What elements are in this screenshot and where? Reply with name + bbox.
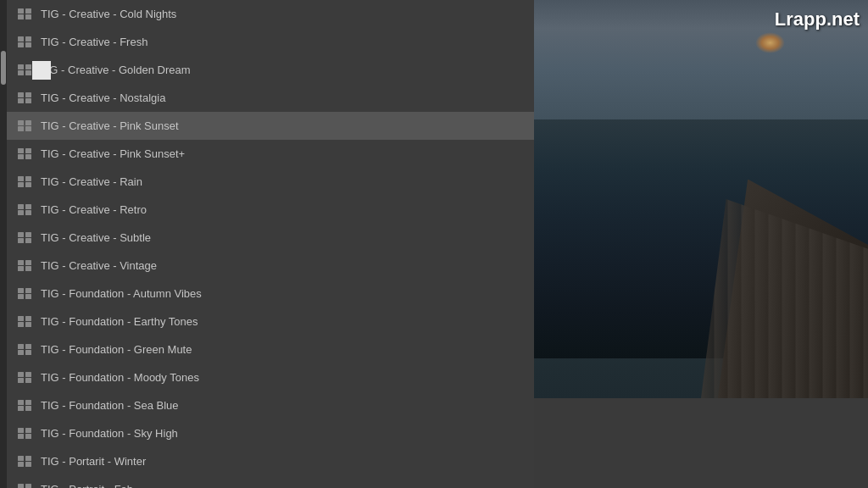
preset-item-rain[interactable]: TIG - Creative - Rain	[7, 168, 534, 196]
svg-rect-31	[25, 210, 31, 215]
photo-area: Lrapp.net	[534, 0, 868, 398]
svg-rect-13	[25, 92, 31, 97]
scrollbar-thumb[interactable]	[1, 51, 6, 85]
svg-rect-45	[25, 316, 31, 321]
preset-icon	[17, 8, 32, 20]
preset-item-cold-nights[interactable]: TIG - Creative - Cold Nights	[7, 0, 534, 28]
preset-icon	[17, 372, 32, 384]
svg-rect-54	[18, 378, 24, 383]
preset-item-subtle[interactable]: TIG - Creative - Subtle	[7, 224, 534, 252]
svg-rect-55	[25, 378, 31, 383]
svg-rect-10	[18, 70, 24, 75]
svg-rect-21	[25, 148, 31, 153]
svg-rect-0	[18, 8, 24, 14]
svg-rect-52	[18, 372, 24, 377]
scrollbar[interactable]	[0, 0, 7, 488]
svg-rect-33	[25, 232, 31, 237]
svg-rect-51	[25, 350, 31, 355]
preset-name: TIG - Creative - Cold Nights	[41, 8, 176, 20]
preset-icon	[17, 148, 32, 160]
svg-rect-20	[18, 148, 24, 153]
preset-item-pink-sunset[interactable]: TIG - Creative - Pink Sunset	[7, 112, 534, 140]
watermark: Lrapp.net	[775, 8, 860, 30]
white-square-indicator	[32, 61, 51, 80]
svg-rect-48	[18, 344, 24, 349]
preset-list: TIG - Creative - Cold Nights TIG - Creat…	[7, 0, 534, 488]
svg-rect-29	[25, 204, 31, 209]
svg-rect-63	[25, 434, 31, 439]
svg-rect-11	[25, 70, 31, 75]
preset-icon	[17, 64, 32, 76]
preset-item-fresh[interactable]: TIG - Creative - Fresh	[7, 28, 534, 56]
preset-item-moody-tones[interactable]: TIG - Foundation - Moody Tones	[7, 363, 534, 391]
preset-icon	[17, 288, 32, 300]
svg-rect-4	[18, 36, 24, 42]
svg-rect-26	[18, 182, 24, 187]
preset-name: TIG - Creative - Rain	[41, 175, 142, 188]
preset-item-sky-high[interactable]: TIG - Foundation - Sky High	[7, 419, 534, 447]
preset-item-golden-dream[interactable]: TiG - Creative - Golden Dream	[7, 56, 534, 84]
preset-name: TIG - Creative - Vintage	[41, 259, 157, 272]
preset-item-green-mute[interactable]: TIG - Foundation - Green Mute	[7, 336, 534, 363]
svg-rect-30	[18, 210, 24, 215]
photo-panel: Lrapp.net	[534, 0, 868, 488]
preset-item-earthy-tones[interactable]: TIG - Foundation - Earthy Tones	[7, 308, 534, 336]
svg-rect-2	[18, 14, 24, 19]
svg-rect-65	[25, 456, 31, 461]
svg-rect-58	[18, 406, 24, 411]
svg-rect-46	[18, 322, 24, 327]
preset-item-portrait-fab[interactable]: TIG - Portrait - Fab	[7, 475, 534, 488]
preset-list-container: TIG - Creative - Cold Nights TIG - Creat…	[7, 0, 534, 488]
preset-icon	[17, 428, 32, 440]
svg-rect-5	[25, 36, 31, 42]
preset-name: TIG - Creative - Retro	[41, 203, 147, 216]
svg-rect-28	[18, 204, 24, 209]
preset-name: TIG - Foundation - Sky High	[41, 427, 178, 440]
svg-rect-42	[18, 294, 24, 299]
svg-rect-57	[25, 400, 31, 405]
svg-rect-7	[25, 42, 31, 47]
preset-name: TIG - Creative - Fresh	[41, 36, 147, 48]
svg-rect-16	[18, 120, 24, 125]
preset-icon	[17, 92, 32, 104]
svg-rect-25	[25, 176, 31, 181]
svg-rect-9	[25, 64, 31, 69]
preset-item-nostalgia[interactable]: TIG - Creative - Nostalgia	[7, 84, 534, 112]
svg-rect-68	[18, 484, 24, 488]
svg-rect-64	[18, 456, 24, 461]
svg-rect-12	[18, 92, 24, 97]
svg-rect-27	[25, 182, 31, 187]
svg-rect-44	[18, 316, 24, 321]
svg-rect-59	[25, 406, 31, 411]
preset-item-retro[interactable]: TIG - Creative - Retro	[7, 196, 534, 224]
preset-icon	[17, 456, 32, 468]
preset-name: TIG - Foundation - Sea Blue	[41, 399, 179, 412]
preset-icon	[17, 36, 32, 48]
preset-name: TIG - Portrait - Fab	[41, 483, 133, 488]
svg-rect-1	[25, 8, 31, 14]
svg-rect-40	[18, 288, 24, 293]
svg-rect-17	[25, 120, 31, 125]
svg-rect-39	[25, 266, 31, 271]
preset-item-portrait-winter[interactable]: TIG - Portarit - Winter	[7, 447, 534, 475]
svg-rect-14	[18, 98, 24, 103]
preset-icon	[17, 400, 32, 412]
preset-name: TIG - Foundation - Moody Tones	[41, 371, 199, 384]
svg-rect-23	[25, 154, 31, 159]
svg-rect-41	[25, 288, 31, 293]
preset-item-autumn-vibes[interactable]: TIG - Foundation - Autumn Vibes	[7, 280, 534, 308]
svg-rect-6	[18, 42, 24, 47]
preset-name: TIG - Creative - Pink Sunset	[41, 119, 179, 132]
preset-item-vintage[interactable]: TIG - Creative - Vintage	[7, 252, 534, 280]
preset-item-pink-sunset-plus[interactable]: TIG - Creative - Pink Sunset+	[7, 140, 534, 168]
svg-rect-18	[18, 126, 24, 131]
svg-rect-67	[25, 462, 31, 467]
preset-item-sea-blue[interactable]: TIG - Foundation - Sea Blue	[7, 391, 534, 419]
preset-icon	[17, 344, 32, 356]
svg-rect-32	[18, 232, 24, 237]
svg-rect-61	[25, 428, 31, 433]
preset-name: TIG - Creative - Nostalgia	[41, 92, 165, 104]
preset-icon	[17, 260, 32, 272]
preset-icon	[17, 176, 32, 188]
svg-rect-66	[18, 462, 24, 467]
